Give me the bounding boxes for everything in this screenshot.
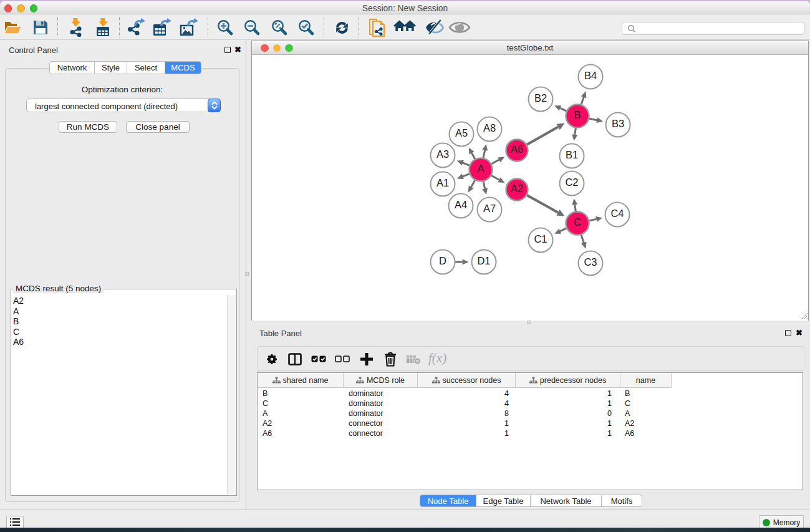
- svg-text:C2: C2: [565, 177, 578, 188]
- svg-text:B1: B1: [566, 149, 578, 160]
- svg-text:C1: C1: [534, 233, 547, 244]
- svg-text:A5: A5: [455, 127, 468, 138]
- svg-text:A6: A6: [511, 143, 523, 155]
- svg-text:B3: B3: [612, 118, 624, 129]
- svg-text:C4: C4: [610, 208, 624, 219]
- svg-text:B2: B2: [534, 92, 547, 104]
- svg-text:A3: A3: [436, 148, 449, 160]
- svg-text:B: B: [574, 109, 581, 120]
- svg-text:A7: A7: [483, 203, 496, 214]
- svg-text:B4: B4: [584, 70, 597, 81]
- svg-text:A4: A4: [455, 199, 467, 210]
- svg-text:D1: D1: [477, 255, 490, 266]
- svg-text:A: A: [477, 163, 484, 174]
- svg-text:A1: A1: [436, 177, 449, 188]
- svg-text:A2: A2: [511, 183, 523, 194]
- svg-text:D: D: [439, 255, 446, 266]
- svg-text:A8: A8: [483, 122, 496, 133]
- svg-text:C: C: [574, 216, 581, 228]
- svg-text:C3: C3: [584, 256, 597, 268]
